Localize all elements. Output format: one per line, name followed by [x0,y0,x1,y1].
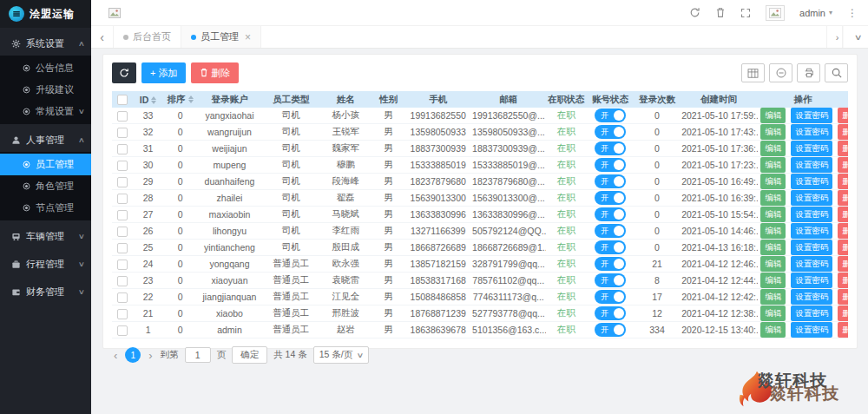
account-status-toggle[interactable]: 开 [595,273,626,287]
tab-employee[interactable]: 员工管理× [181,26,261,48]
refresh-table-button[interactable] [112,62,136,83]
row-checkbox[interactable] [117,111,128,122]
row-checkbox[interactable] [117,161,128,171]
row-checkbox[interactable] [117,227,128,237]
sidebar-item-node-management[interactable]: 节点管理 [0,197,91,219]
edit-button[interactable]: 编辑 [760,124,786,140]
sidebar-item-hr-management[interactable]: 人事管理∧ [0,128,91,152]
delete-row-button[interactable]: 删除 [838,240,848,255]
search-icon[interactable] [825,63,848,82]
tab-home[interactable]: 后台首页 [114,26,181,48]
edit-button[interactable]: 编辑 [760,207,786,222]
edit-button[interactable]: 编辑 [760,256,786,272]
tabs-dropdown-icon[interactable]: ∨ [842,26,868,48]
more-menu-icon[interactable]: ⋮ [847,7,858,19]
print-icon[interactable] [797,63,820,82]
account-status-toggle[interactable]: 开 [595,257,626,271]
sidebar-item-vehicle-management[interactable]: 车辆管理∨ [0,225,91,248]
set-password-button[interactable]: 设置密码 [791,273,832,288]
select-all-checkbox[interactable] [117,95,128,105]
page-size-select[interactable]: 15 条/页∨ [313,346,369,364]
set-password-button[interactable]: 设置密码 [791,289,832,305]
add-button[interactable]: +添加 [141,62,186,83]
menu-toggle-broken-image[interactable] [108,8,121,18]
refresh-icon[interactable] [689,7,700,18]
delete-row-button[interactable]: 删除 [838,306,848,321]
goto-confirm-button[interactable]: 确定 [232,346,267,364]
account-status-toggle[interactable]: 开 [595,125,626,139]
edit-button[interactable]: 编辑 [760,322,786,338]
row-checkbox[interactable] [117,260,128,270]
row-checkbox[interactable] [117,194,128,204]
set-password-button[interactable]: 设置密码 [791,157,832,173]
sidebar-item-general-settings[interactable]: 常规设置∨ [0,101,91,122]
delete-row-button[interactable]: 删除 [838,207,848,222]
account-status-toggle[interactable]: 开 [595,158,626,172]
account-status-toggle[interactable]: 开 [595,108,626,122]
sidebar-item-upgrade-suggestions[interactable]: 升级建议 [0,79,91,101]
row-checkbox[interactable] [117,292,128,303]
column-header-1[interactable]: ID [133,91,163,108]
delete-row-button[interactable]: 删除 [838,322,848,338]
edit-button[interactable]: 编辑 [760,289,786,305]
account-status-toggle[interactable]: 开 [595,323,626,337]
edit-button[interactable]: 编辑 [760,240,786,255]
tab-close-icon[interactable]: × [245,31,251,43]
edit-button[interactable]: 编辑 [760,141,786,156]
edit-button[interactable]: 编辑 [760,157,786,173]
trash-icon[interactable] [715,7,726,18]
set-password-button[interactable]: 设置密码 [791,174,832,189]
edit-button[interactable]: 编辑 [760,174,786,189]
minus-circle-icon[interactable] [769,63,792,82]
delete-row-button[interactable]: 删除 [838,289,848,305]
set-password-button[interactable]: 设置密码 [791,141,832,156]
logo[interactable]: 浍盟运输 [0,0,91,28]
delete-row-button[interactable]: 删除 [838,190,848,206]
row-checkbox[interactable] [117,309,128,319]
set-password-button[interactable]: 设置密码 [791,124,832,140]
delete-row-button[interactable]: 删除 [838,124,848,140]
row-checkbox[interactable] [117,177,128,187]
account-status-toggle[interactable]: 开 [595,306,626,320]
row-checkbox[interactable] [117,243,128,253]
row-checkbox[interactable] [117,325,128,336]
delete-row-button[interactable]: 删除 [838,108,848,123]
sidebar-item-role-management[interactable]: 角色管理 [0,175,91,197]
set-password-button[interactable]: 设置密码 [791,223,832,239]
next-page-icon[interactable]: › [147,349,154,362]
account-status-toggle[interactable]: 开 [595,290,626,304]
delete-row-button[interactable]: 删除 [838,223,848,239]
avatar-broken-image[interactable] [766,5,785,21]
bulk-delete-button[interactable]: 删除 [191,62,239,83]
set-password-button[interactable]: 设置密码 [791,306,832,321]
edit-button[interactable]: 编辑 [760,190,786,206]
edit-button[interactable]: 编辑 [760,223,786,239]
account-status-toggle[interactable]: 开 [595,240,626,254]
delete-row-button[interactable]: 删除 [838,174,848,189]
sidebar-item-finance-management[interactable]: 财务管理∨ [0,280,91,304]
account-status-toggle[interactable]: 开 [595,207,626,221]
sidebar-item-trip-management[interactable]: 行程管理∨ [0,253,91,276]
account-status-toggle[interactable]: 开 [595,191,626,205]
toggle-columns-icon[interactable] [741,63,765,82]
edit-button[interactable]: 编辑 [760,306,786,321]
sort-icon[interactable] [151,96,156,104]
set-password-button[interactable]: 设置密码 [791,190,832,206]
set-password-button[interactable]: 设置密码 [791,322,832,338]
row-checkbox[interactable] [117,276,128,286]
prev-page-icon[interactable]: ‹ [112,349,119,362]
account-status-toggle[interactable]: 开 [595,174,626,188]
tabs-scroll-left-icon[interactable]: ‹ [91,26,114,48]
row-checkbox[interactable] [117,144,128,154]
column-header-2[interactable]: 排序 [163,91,197,108]
set-password-button[interactable]: 设置密码 [791,108,832,123]
edit-button[interactable]: 编辑 [760,108,786,123]
user-menu[interactable]: admin ▾ [799,8,832,18]
set-password-button[interactable]: 设置密码 [791,240,832,255]
sidebar-item-system-settings[interactable]: 系统设置∧ [0,32,91,56]
row-checkbox[interactable] [117,128,128,138]
account-status-toggle[interactable]: 开 [595,224,626,238]
current-page-button[interactable]: 1 [125,347,141,363]
sort-icon[interactable] [188,95,194,103]
set-password-button[interactable]: 设置密码 [791,256,832,272]
